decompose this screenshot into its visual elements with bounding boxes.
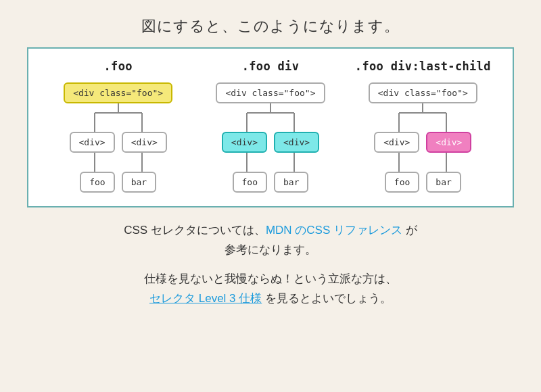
leaves-row-1: foo bar	[80, 172, 156, 193]
text-para-1: CSS セレクタについては、MDN のCSS リファレンス が 参考になります。	[27, 221, 514, 260]
text2-after: を見るとよいでしょう。	[262, 292, 392, 305]
leaf1-2: foo	[233, 172, 267, 193]
tree-lines-3	[382, 103, 463, 133]
tree-lines-3b	[382, 153, 463, 173]
text-section: CSS セレクタについては、MDN のCSS リファレンス が 参考になります。…	[27, 221, 514, 309]
child2-3: <div>	[426, 132, 471, 153]
col-title-1: .foo	[104, 59, 133, 73]
leaf2-3: bar	[426, 172, 461, 193]
column-foo-div: .foo div <div class="foo"> <div> <div> f…	[199, 59, 342, 193]
child2-2: <div>	[274, 132, 319, 153]
tree-lines-1b	[78, 153, 159, 173]
tree-lines-2b	[230, 153, 311, 173]
tree-lines-1	[78, 103, 159, 133]
leaf2-1: bar	[122, 172, 156, 193]
leaf1-3: foo	[385, 172, 419, 193]
column-foo-div-last: .foo div:last-child <div class="foo"> <d…	[352, 59, 494, 193]
child1-1: <div>	[70, 132, 115, 153]
children-row-2: <div> <div>	[222, 132, 319, 153]
text-line2: 参考になります。	[225, 243, 316, 256]
leaves-row-3: foo bar	[385, 172, 461, 193]
children-row-1: <div> <div>	[70, 132, 167, 153]
leaf2-2: bar	[274, 172, 308, 193]
col-title-2: .foo div	[242, 59, 300, 73]
column-foo: .foo <div class="foo"> <div> <div> foo b…	[47, 59, 189, 193]
tree-lines-2	[230, 103, 311, 133]
child1-2: <div>	[222, 132, 267, 153]
text2-line1: 仕様を見ないと我慢ならぬ！という立派な方は、	[144, 272, 397, 285]
root-node-2: <div class="foo">	[216, 82, 325, 103]
root-node-3: <div class="foo">	[369, 82, 477, 103]
leaf1-1: foo	[80, 172, 114, 193]
mdn-link[interactable]: MDN のCSS リファレンス	[266, 224, 402, 237]
child2-1: <div>	[122, 132, 167, 153]
col-title-3: .foo div:last-child	[355, 59, 491, 73]
children-row-3: <div> <div>	[374, 132, 471, 153]
child1-3: <div>	[374, 132, 419, 153]
text-before-link1: CSS セレクタについては、	[124, 224, 266, 237]
selector-level3-link[interactable]: セレクタ Level 3 仕様	[149, 292, 262, 305]
root-node-1: <div class="foo">	[64, 82, 172, 103]
text-after-link1: が	[402, 224, 417, 237]
text-para-2: 仕様を見ないと我慢ならぬ！という立派な方は、 セレクタ Level 3 仕様 を…	[27, 270, 514, 309]
page-title: 図にすると、このようになります。	[141, 16, 400, 36]
diagram-box: .foo <div class="foo"> <div> <div> foo b…	[27, 47, 514, 207]
leaves-row-2: foo bar	[233, 172, 309, 193]
